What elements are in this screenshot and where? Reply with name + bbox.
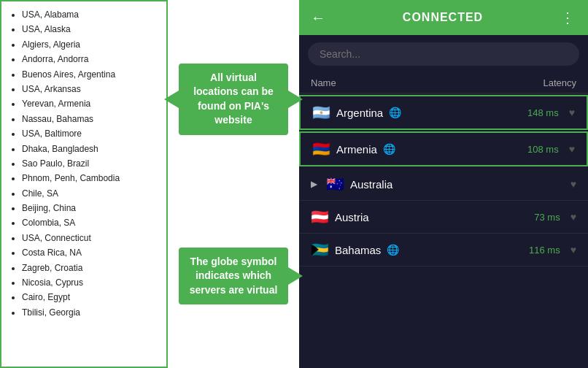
country-name: Argentina — [336, 107, 383, 119]
location-list-items: USA, AlabamaUSA, AlaskaAlgiers, AlgeriaA… — [9, 7, 159, 320]
list-item: Colombia, SA — [22, 215, 159, 230]
vpn-title: CONNECTED — [325, 11, 560, 24]
country-row-left: 🇦🇷Argentina🌐 — [312, 104, 401, 121]
country-name: Australia — [350, 178, 392, 191]
country-name: Bahamas — [335, 244, 381, 256]
list-item: Phnom, Penh, Cambodia — [22, 171, 159, 185]
vpn-panel: ← CONNECTED ⋮ Name Latency 🇦🇷Argentina🌐1… — [299, 0, 588, 368]
country-name: Austria — [335, 211, 369, 223]
country-flag: 🇦🇹 — [311, 208, 329, 226]
list-item: Costa Rica, NA — [22, 245, 159, 260]
list-item: Algiers, Algeria — [22, 37, 159, 52]
search-input[interactable] — [308, 42, 579, 66]
table-row[interactable]: ▶🇦🇺Australia♥ — [299, 168, 588, 201]
favorite-icon[interactable]: ♥ — [569, 143, 575, 155]
table-row[interactable]: 🇦🇲Armenia🌐108 ms♥ — [299, 131, 588, 166]
location-list: USA, AlabamaUSA, AlaskaAlgiers, AlgeriaA… — [0, 0, 168, 368]
list-item: Chile, SA — [22, 186, 159, 201]
list-item: Buenos Aires, Argentina — [22, 67, 159, 82]
list-item: Beijing, China — [22, 201, 159, 215]
favorite-icon[interactable]: ♥ — [570, 211, 576, 223]
expand-icon[interactable]: ▶ — [311, 179, 317, 189]
country-row-right: 148 ms♥ — [527, 107, 575, 118]
favorite-icon[interactable]: ♥ — [570, 178, 576, 190]
list-item: USA, Alaska — [22, 22, 159, 37]
country-list: 🇦🇷Argentina🌐148 ms♥🇦🇲Armenia🌐108 ms♥▶🇦🇺A… — [299, 93, 588, 368]
search-bar — [299, 35, 588, 73]
country-row-left: 🇦🇹Austria — [311, 208, 369, 226]
list-item: Sao Paulo, Brazil — [22, 156, 159, 171]
annotation-box-globe-symbol: The globe symbol indicates which servers… — [179, 248, 288, 305]
list-item: USA, Connecticut — [22, 231, 159, 245]
latency-value: 108 ms — [527, 144, 559, 155]
list-item: USA, Alabama — [22, 7, 159, 22]
country-flag: 🇦🇲 — [312, 140, 330, 158]
country-row-right: ♥ — [565, 178, 576, 190]
country-flag: 🇦🇷 — [312, 104, 330, 121]
annotation-text-2: The globe symbol indicates which servers… — [190, 256, 278, 296]
table-row[interactable]: 🇧🇸Bahamas🌐116 ms♥ — [299, 234, 588, 267]
annotation-text-1: All virtual locations can be found on PI… — [193, 72, 274, 126]
country-row-right: 73 ms♥ — [534, 211, 576, 223]
country-row-left: 🇦🇲Armenia🌐 — [312, 140, 395, 158]
virtual-globe-icon: 🌐 — [387, 244, 399, 256]
country-flag: 🇧🇸 — [311, 241, 329, 258]
table-row[interactable]: 🇦🇹Austria73 ms♥ — [299, 201, 588, 234]
country-flag: 🇦🇺 — [326, 175, 344, 193]
annotation-panel: All virtual locations can be found on PI… — [168, 0, 299, 368]
list-item: Tbilisi, Georgia — [22, 305, 159, 320]
country-row-left: ▶🇦🇺Australia — [311, 175, 392, 193]
favorite-icon[interactable]: ♥ — [570, 244, 576, 256]
latency-value: 116 ms — [529, 245, 560, 256]
country-row-right: 108 ms♥ — [527, 143, 575, 155]
table-row[interactable]: 🇦🇷Argentina🌐148 ms♥ — [299, 95, 588, 130]
list-item: Cairo, Egypt — [22, 290, 159, 304]
latency-value: 73 ms — [534, 212, 560, 223]
country-row-left: 🇧🇸Bahamas🌐 — [311, 241, 399, 258]
list-item: USA, Baltimore — [22, 126, 159, 141]
vpn-header: ← CONNECTED ⋮ — [299, 0, 588, 35]
list-item: USA, Arkansas — [22, 82, 159, 96]
list-item: Yerevan, Armenia — [22, 96, 159, 111]
list-item: Dhaka, Bangladesh — [22, 142, 159, 156]
country-name: Armenia — [336, 143, 377, 156]
virtual-globe-icon: 🌐 — [383, 143, 395, 155]
list-item: Nicosia, Cyprus — [22, 275, 159, 290]
list-item: Andorra, Andorra — [22, 52, 159, 66]
table-header: Name Latency — [299, 73, 588, 93]
list-item: Nassau, Bahamas — [22, 112, 159, 126]
column-latency: Latency — [543, 77, 576, 88]
country-row-right: 116 ms♥ — [529, 244, 576, 256]
column-name: Name — [311, 77, 336, 88]
virtual-globe-icon: 🌐 — [389, 107, 401, 118]
back-button[interactable]: ← — [311, 9, 325, 26]
latency-value: 148 ms — [527, 107, 559, 118]
list-item: Zagreb, Croatia — [22, 261, 159, 275]
favorite-icon[interactable]: ♥ — [569, 107, 575, 118]
menu-button[interactable]: ⋮ — [560, 9, 576, 26]
annotation-box-virtual-locations: All virtual locations can be found on PI… — [179, 64, 288, 135]
